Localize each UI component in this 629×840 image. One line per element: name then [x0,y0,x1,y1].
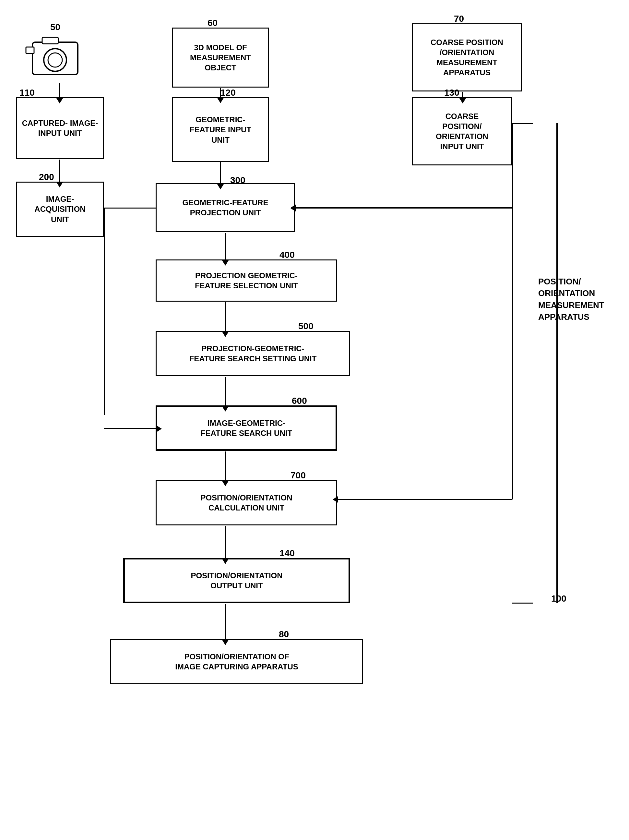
bracket-top-h [512,123,533,124]
coarse-position-input-box: COARSEPOSITION/ORIENTATIONINPUT UNIT [412,97,512,166]
projection-geometric-search-setting-box: PROJECTION-GEOMETRIC-FEATURE SEARCH SETT… [156,331,350,376]
position-orientation-calculation-box: POSITION/ORIENTATIONCALCULATION UNIT [156,480,337,526]
label-80: 80 [279,629,289,639]
geometric-feature-projection-box: GEOMETRIC-FEATUREPROJECTION UNIT [156,183,295,232]
label-120: 120 [221,88,236,98]
arrow-coarse-measurement-to-input [462,92,463,98]
arrow-camera-to-captured [59,83,60,98]
bracket-bottom-h [512,603,533,603]
label-400: 400 [279,250,295,260]
label-70: 70 [454,14,464,24]
arrow-3dmodel-to-geometric-input [220,88,221,98]
coarse-measurement-box: COARSE POSITION/ORIENTATIONMEASUREMENTAP… [412,23,522,92]
coarse-input-line-right [512,123,513,499]
geometric-feature-input-box: GEOMETRIC-FEATURE INPUTUNIT [172,97,269,162]
label-500: 500 [298,321,314,332]
right-to-projection [296,208,512,208]
label-130: 130 [444,88,459,98]
label-600: 600 [292,396,307,406]
svg-point-2 [48,53,62,67]
svg-rect-4 [26,47,34,54]
final-output-box: POSITION/ORIENTATION OFIMAGE CAPTURING A… [110,639,363,684]
label-200: 200 [39,172,54,182]
arrow-calculation-to-output [225,526,225,559]
diagram-container: 50 110 CAPTURED- IMAGE- INPUT UNIT 60 3D… [0,0,629,840]
arrow-output-to-final [225,604,225,640]
bracket-right-line [532,123,558,603]
arrow-selection-to-search-setting [225,302,225,332]
arrow-acquisition-down-line [104,208,105,415]
arrow-captured-to-acquisition [59,159,60,182]
label-700: 700 [290,470,306,481]
right-line-to-calculation [338,499,512,500]
arrow-geom-input-to-projection [220,162,221,184]
arrow-search-to-calculation [225,452,225,481]
captured-image-input-box: CAPTURED- IMAGE- INPUT UNIT [16,97,104,159]
svg-rect-3 [42,37,58,44]
projection-geometric-selection-box: PROJECTION GEOMETRIC-FEATURE SELECTION U… [156,259,337,302]
pos-orientation-apparatus-label-100: 100 [551,594,566,604]
model-3d-box: 3D MODEL OFMEASUREMENTOBJECT [172,28,269,88]
camera-icon [23,29,88,81]
arrow-acquisition-to-search [104,428,157,429]
label-110: 110 [19,88,35,98]
image-geometric-feature-search-box: IMAGE-GEOMETRIC-FEATURE SEARCH UNIT [156,406,337,451]
pos-orientation-apparatus-label: POSITION/ORIENTATIONMEASUREMENTAPPARATUS [538,276,623,323]
image-acquisition-box: IMAGE-ACQUISITIONUNIT [16,182,104,237]
arrow-projection-to-selection [225,233,225,261]
arrow-acquisition-right [104,208,156,208]
arrow-search-setting-to-search [225,377,225,406]
label-140: 140 [279,548,295,559]
position-orientation-output-box: POSITION/ORIENTATIONOUTPUT UNIT [123,558,350,603]
label-60: 60 [208,18,218,28]
